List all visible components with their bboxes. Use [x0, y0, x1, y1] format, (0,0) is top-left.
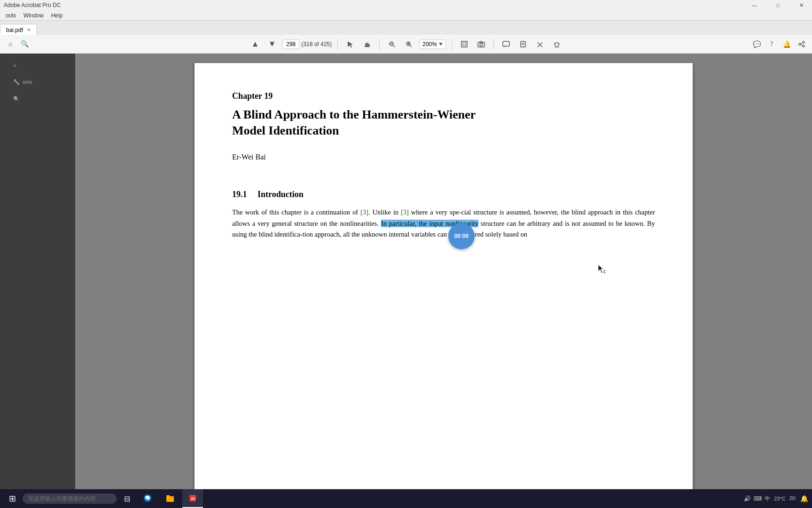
svg-point-28 [803, 41, 804, 43]
svg-marker-1 [270, 42, 274, 47]
timer-display: 00:00 [454, 233, 469, 239]
minimize-button[interactable]: — [743, 0, 765, 10]
separator-1 [337, 39, 338, 50]
language-indicator[interactable]: 中 [765, 495, 770, 503]
svg-marker-2 [348, 41, 353, 48]
zoom-level-selector[interactable]: 200% [419, 40, 446, 49]
system-tray: 🔊 ⌨ 中 [744, 495, 770, 503]
svg-line-31 [801, 43, 803, 44]
chapter-title: A Blind Approach to the Hammerstein-Wien… [232, 107, 655, 139]
taskbar-edge[interactable] [137, 489, 158, 508]
home-button[interactable]: ⌂ [4, 38, 17, 51]
para1-text-before-ref: The work of this chapter is a continuati… [232, 208, 360, 216]
snapshot-button[interactable] [475, 38, 488, 51]
chapter-title-line1: A Blind Approach to the Hammerstein-Wien… [232, 108, 476, 121]
select-tool-button[interactable] [344, 38, 357, 51]
zoom-out-button[interactable] [385, 38, 398, 51]
highlight-tool-button[interactable] [516, 38, 530, 51]
menu-window[interactable]: Window [20, 11, 47, 20]
stamp-button[interactable] [550, 38, 563, 51]
reference-3b[interactable]: [3] [401, 208, 409, 216]
tab-close-button[interactable]: ✕ [27, 27, 31, 32]
prev-page-button[interactable] [249, 38, 262, 51]
tab-bar: bai.pdf ✕ [0, 21, 812, 35]
notification-icon[interactable]: 🔔 [780, 38, 793, 51]
menu-tools[interactable]: ools [2, 11, 20, 20]
svg-line-9 [393, 45, 395, 47]
help-icon[interactable]: ? [765, 38, 778, 51]
menu-help[interactable]: Help [47, 11, 67, 20]
svg-line-12 [410, 45, 412, 47]
weather-display: 23°C [774, 496, 786, 501]
svg-rect-36 [166, 496, 174, 502]
paragraph-1: The work of this chapter is a continuati… [232, 207, 655, 241]
taskbar-acrobat[interactable]: Ai [182, 489, 203, 508]
svg-point-29 [803, 45, 804, 47]
taskbar-left: ⊞ ⊟ Ai [0, 489, 203, 508]
search-left-icon: 🔍 [13, 96, 20, 102]
clock-display: 20: [789, 495, 796, 502]
clock-time: 20: [789, 495, 796, 502]
hand-tool-button[interactable] [360, 38, 374, 51]
page-number-input[interactable] [282, 40, 299, 49]
taskbar-right: 🔊 ⌨ 中 23°C 20: 🔔 [744, 489, 812, 508]
comment-icon-right[interactable]: 💬 [750, 38, 763, 51]
left-tool-tools[interactable]: 🔧 ools [9, 74, 66, 89]
home-icon: ⌂ [13, 62, 16, 68]
svg-marker-15 [439, 43, 443, 46]
zoom-level-text: 200% [422, 41, 437, 48]
taskbar-search[interactable] [23, 493, 117, 504]
title-bar: Adobe Acrobat Pro DC — □ ✕ [0, 0, 812, 10]
left-panel: ⌂ 🔧 ools 🔍 [0, 54, 75, 508]
reference-3a[interactable]: [3] [360, 208, 368, 216]
left-tool-home[interactable]: ⌂ [9, 57, 66, 72]
left-tool-search[interactable]: 🔍 [9, 91, 66, 106]
svg-marker-0 [253, 42, 258, 47]
para1-text-middle: . Unlike in [368, 208, 401, 216]
tray-icon-1: 🔊 [744, 495, 751, 502]
svg-rect-23 [521, 41, 525, 47]
section-title: Introduction [258, 190, 304, 199]
page-info: (318 of 425) [282, 40, 332, 49]
toolbar: ⌂ 🔍 (318 of 425) [0, 35, 812, 54]
taskbar: ⊞ ⊟ Ai 🔊 ⌨ 中 23°C 20: [0, 489, 812, 508]
close-button[interactable]: ✕ [790, 0, 812, 10]
notification-center-icon[interactable]: 🔔 [800, 495, 808, 502]
separator-2 [379, 39, 380, 50]
pdf-tab[interactable]: bai.pdf ✕ [0, 24, 37, 35]
start-button[interactable]: ⊞ [4, 490, 21, 507]
taskbar-explorer[interactable] [160, 489, 180, 508]
svg-rect-17 [463, 43, 466, 46]
chapter-author: Er-Wei Bai [232, 153, 655, 161]
separator-4 [493, 39, 494, 50]
chapter-title-line2: Model Identification [232, 124, 339, 137]
maximize-button[interactable]: □ [767, 0, 789, 10]
svg-rect-16 [461, 41, 467, 47]
fit-page-button[interactable] [458, 38, 471, 51]
app-title: Adobe Acrobat Pro DC [4, 2, 61, 8]
timer-bubble: 00:00 [448, 223, 475, 249]
svg-point-30 [799, 43, 801, 45]
redact-button[interactable] [533, 38, 547, 51]
task-view-button[interactable]: ⊟ [118, 490, 135, 507]
svg-line-32 [801, 45, 803, 46]
next-page-button[interactable] [265, 38, 279, 51]
comment-button[interactable] [500, 38, 513, 51]
svg-rect-21 [503, 41, 509, 46]
toolbar-right: 💬 ? 🔔 [750, 35, 808, 54]
section-number: 19.1 [232, 190, 247, 199]
temperature: 23°C [774, 496, 786, 501]
tray-icon-2: ⌨ [754, 495, 762, 502]
svg-point-19 [480, 43, 483, 46]
tools-icon: 🔧 [13, 79, 20, 85]
chapter-label: Chapter 19 [232, 91, 655, 101]
menu-bar: ools Window Help [0, 10, 812, 21]
share-icon[interactable] [795, 38, 808, 51]
svg-rect-7 [365, 46, 369, 47]
viewer-area: Chapter 19 A Blind Approach to the Hamme… [75, 54, 812, 508]
search-button[interactable]: 🔍 [18, 38, 31, 51]
zoom-in-button[interactable] [402, 38, 415, 51]
pdf-page: Chapter 19 A Blind Approach to the Hamme… [195, 63, 693, 508]
total-pages: (318 of 425) [301, 41, 332, 48]
tab-filename: bai.pdf [6, 27, 23, 33]
